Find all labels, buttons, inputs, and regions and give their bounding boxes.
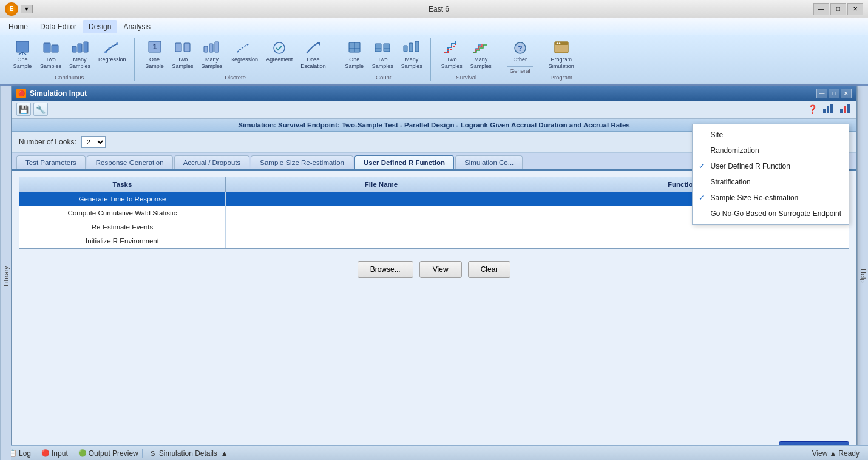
tab-sample-size-reestimation[interactable]: Sample Size Re-estimation: [251, 155, 353, 169]
svg-rect-29: [415, 41, 419, 52]
tab-response-generation[interactable]: Response Generation: [87, 155, 173, 169]
status-input[interactable]: 🔴 Input: [38, 449, 72, 458]
menu-analysis[interactable]: Analysis: [117, 20, 157, 33]
one-sample-continuous-btn[interactable]: OneSample: [10, 38, 35, 72]
ribbon-group-program: ProgramSimulation Program: [541, 38, 582, 81]
program-simulation-btn[interactable]: ProgramSimulation: [546, 38, 577, 72]
one-sample-discrete-btn[interactable]: 1 OneSample: [142, 38, 168, 72]
svg-rect-41: [847, 104, 850, 113]
svg-rect-2: [44, 43, 50, 52]
many-samples-discrete-btn[interactable]: ManySamples: [198, 38, 226, 72]
discrete-buttons: 1 OneSample TwoSamples ManySamples: [142, 38, 329, 72]
svg-rect-5: [78, 44, 82, 52]
sample-size-reestimation-label: Sample Size Re-estimation: [711, 194, 799, 202]
svg-rect-17: [215, 42, 219, 52]
tab-accrual-dropouts[interactable]: Accrual / Dropouts: [174, 155, 250, 169]
svg-rect-27: [404, 46, 407, 52]
simulation-details-label: Simulation Details: [159, 449, 217, 458]
stratification-label: Stratification: [711, 178, 751, 186]
status-output-preview[interactable]: 🟢 Output Preview: [75, 449, 143, 458]
menu-home[interactable]: Home: [2, 20, 34, 33]
two-samples-count-icon: [374, 39, 391, 56]
browse-button[interactable]: Browse...: [358, 261, 413, 278]
input-icon: 🔴: [41, 449, 50, 458]
action-buttons: Browse... View Clear: [12, 261, 856, 278]
simulation-details-icon: S: [149, 449, 157, 458]
sim-close-btn[interactable]: ✕: [841, 89, 852, 98]
many-samples-discrete-icon: [203, 39, 220, 56]
two-samples-discrete-btn[interactable]: TwoSamples: [169, 38, 197, 72]
agreement-icon: [271, 39, 288, 56]
ribbon-group-continuous: OneSample TwoSamples ManySamples: [5, 38, 135, 81]
close-button[interactable]: ✕: [847, 3, 863, 15]
many-samples-continuous-label: ManySamples: [69, 56, 90, 70]
agreement-btn[interactable]: Agreement: [263, 38, 296, 72]
sim-minimize-btn[interactable]: —: [816, 89, 827, 98]
svg-rect-24: [384, 44, 390, 52]
toolbar-save-btn[interactable]: 💾: [16, 103, 31, 116]
many-samples-survival-btn[interactable]: ManySamples: [467, 38, 495, 72]
looks-select[interactable]: 2 1 3 4: [81, 136, 106, 148]
many-samples-continuous-icon: [72, 39, 89, 56]
library-sidebar[interactable]: Library: [0, 86, 11, 460]
dropdown-item-site[interactable]: Site: [693, 127, 849, 143]
tab-user-defined-r-function[interactable]: User Defined R Function: [354, 155, 454, 169]
view-label: View: [812, 449, 828, 458]
tab-simulation-co[interactable]: Simulation Co...: [455, 155, 523, 169]
table-row[interactable]: Initialize R Environment: [19, 234, 849, 248]
agreement-label: Agreement: [266, 56, 293, 63]
one-sample-count-btn[interactable]: OneSample: [342, 38, 367, 72]
two-samples-survival-label: TwoSamples: [441, 56, 463, 70]
window-title: East 6: [5, 5, 868, 13]
svg-rect-38: [830, 104, 833, 113]
help-sidebar[interactable]: Help: [857, 86, 868, 460]
simulation-window: 🔴 Simulation Input — □ ✕ 💾 🔧 ❓ Simulatio…: [11, 86, 857, 460]
dose-escalation-btn[interactable]: DoseEscalation: [297, 38, 329, 72]
menu-design[interactable]: Design: [83, 20, 117, 33]
looks-label: Number of Looks:: [19, 138, 76, 146]
minimize-button[interactable]: —: [813, 3, 829, 15]
other-btn[interactable]: ? Other: [507, 38, 533, 65]
one-sample-discrete-icon: 1: [146, 39, 163, 56]
svg-point-10: [116, 42, 118, 45]
two-samples-discrete-icon: [174, 39, 191, 56]
two-samples-survival-btn[interactable]: TwoSamples: [438, 38, 466, 72]
two-samples-survival-icon: [443, 39, 460, 56]
many-samples-continuous-btn[interactable]: ManySamples: [66, 38, 93, 72]
two-samples-continuous-btn[interactable]: TwoSamples: [37, 38, 64, 72]
dropdown-item-randomization[interactable]: Randomization: [693, 143, 849, 158]
toolbar-question-btn[interactable]: ❓: [807, 104, 818, 114]
tab-test-parameters[interactable]: Test Parameters: [16, 155, 86, 169]
toolbar-chart1-btn[interactable]: [822, 104, 835, 115]
svg-point-7: [104, 51, 107, 53]
regression-continuous-btn[interactable]: Regression: [95, 38, 129, 72]
ribbon-group-discrete: 1 OneSample TwoSamples ManySamples: [137, 38, 334, 81]
maximize-button[interactable]: □: [830, 3, 846, 15]
discrete-group-label: Discrete: [142, 73, 329, 81]
dropdown-item-user-defined[interactable]: ✓ User Defined R Function: [693, 158, 849, 174]
clear-button[interactable]: Clear: [468, 261, 511, 278]
two-samples-count-btn[interactable]: TwoSamples: [369, 38, 396, 72]
status-bar: 📋 Log 🔴 Input 🟢 Output Preview S Simulat…: [0, 445, 868, 460]
view-arrow: ▲: [829, 449, 836, 458]
menu-data-editor[interactable]: Data Editor: [34, 20, 83, 33]
toolbar-settings-btn[interactable]: 🔧: [33, 103, 48, 116]
app-logo: E: [5, 2, 18, 16]
quick-access-bar[interactable]: ▼: [21, 5, 33, 13]
status-simulation-details[interactable]: S Simulation Details ▲: [145, 449, 232, 458]
regression-discrete-btn[interactable]: Regression: [228, 38, 262, 72]
count-buttons: OneSample TwoSamples ManySamples: [342, 38, 426, 72]
one-sample-discrete-label: OneSample: [145, 56, 164, 70]
two-samples-discrete-label: TwoSamples: [172, 56, 194, 70]
toolbar-chart2-btn[interactable]: [839, 104, 852, 115]
svg-rect-4: [72, 46, 76, 52]
dropdown-item-stratification[interactable]: Stratification: [693, 174, 849, 190]
view-button[interactable]: View: [419, 261, 462, 278]
log-label: Log: [19, 449, 31, 458]
many-samples-count-btn[interactable]: ManySamples: [398, 38, 426, 72]
count-group-label: Count: [342, 73, 426, 81]
one-sample-count-label: OneSample: [345, 56, 364, 70]
dropdown-item-sample-size[interactable]: ✓ Sample Size Re-estimation: [693, 190, 849, 206]
dropdown-item-go-nogo[interactable]: Go No-Go Based on Surrogate Endpoint: [693, 206, 849, 222]
sim-restore-btn[interactable]: □: [829, 89, 839, 98]
